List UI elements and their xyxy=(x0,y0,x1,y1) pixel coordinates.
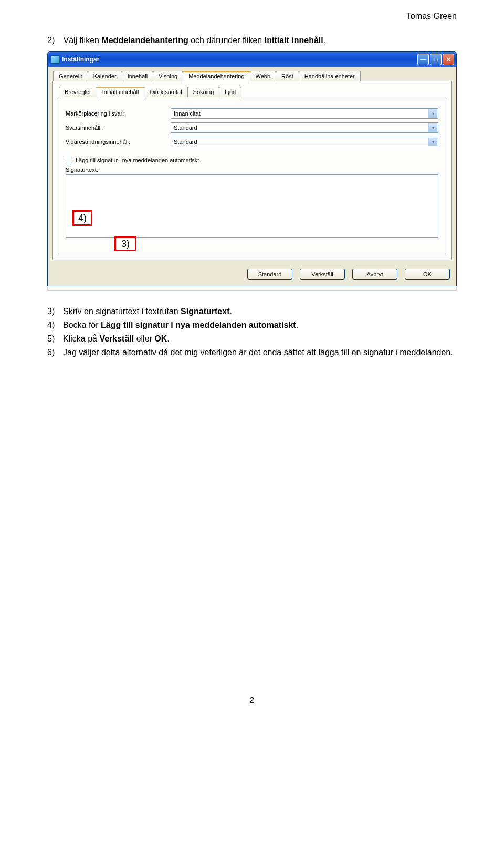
standard-button[interactable]: Standard xyxy=(247,269,292,280)
tab-handhallna[interactable]: Handhållna enheter xyxy=(299,71,361,81)
text: . xyxy=(167,334,169,343)
text: . xyxy=(229,307,232,316)
step-text-bold1: Meddelandehantering xyxy=(101,36,188,45)
label-svarsinnehall: Svarsinnehåll: xyxy=(66,125,171,131)
subtab-initialt-innehall[interactable]: Initialt innehåll xyxy=(97,87,145,98)
combo-svarsinnehall[interactable]: Standard ▾ xyxy=(171,122,438,133)
text: Jag väljer detta alternativ då det mig v… xyxy=(63,348,453,357)
step-number: 6) xyxy=(47,346,63,359)
annotation-marker-3: 3) xyxy=(114,236,136,251)
ok-button[interactable]: OK xyxy=(405,269,450,280)
chevron-down-icon: ▾ xyxy=(428,123,437,132)
instruction-6: 6) Jag väljer detta alternativ då det mi… xyxy=(47,346,457,359)
instruction-4: 4) Bocka för Lägg till signatur i nya me… xyxy=(47,319,457,332)
tab-generellt[interactable]: Generellt xyxy=(53,71,88,81)
instruction-3: 3) Skriv en signaturtext i textrutan Sig… xyxy=(47,305,457,318)
step-text: Bocka för Lägg till signatur i nya medde… xyxy=(63,319,298,332)
step-text: Klicka på Verkställ eller OK. xyxy=(63,333,170,345)
tab-visning[interactable]: Visning xyxy=(153,71,183,81)
sub-tab-content: Markörplacering i svar: Innan citat ▾ Sv… xyxy=(58,97,446,254)
primary-tab-content: Brevregler Initialt innehåll Direktsamta… xyxy=(52,81,452,260)
step-text-pre: Välj fliken xyxy=(63,36,101,45)
dialog-body: Generellt Kalender Innehåll Visning Medd… xyxy=(48,67,456,286)
step-text-post: . xyxy=(323,36,326,45)
tab-innehall[interactable]: Innehåll xyxy=(122,71,154,81)
text-bold: Signaturtext xyxy=(181,307,229,316)
minimize-button[interactable]: — xyxy=(417,54,429,65)
combo-vidaresandning[interactable]: Standard ▾ xyxy=(171,137,438,147)
sub-tabs: Brevregler Initialt innehåll Direktsamta… xyxy=(58,87,446,97)
instruction-2: 2) Välj fliken Meddelandehantering och d… xyxy=(47,36,457,45)
combo-value: Innan citat xyxy=(174,110,201,117)
step-text: Skriv en signaturtext i textrutan Signat… xyxy=(63,305,232,318)
row-markorplacering: Markörplacering i svar: Innan citat ▾ xyxy=(66,108,438,119)
avbryt-button[interactable]: Avbryt xyxy=(352,269,397,280)
label-auto-signature: Lägg till signatur i nya meddelanden aut… xyxy=(76,157,199,163)
tab-rost[interactable]: Röst xyxy=(276,71,299,81)
text: eller xyxy=(134,334,154,343)
app-icon xyxy=(51,55,59,64)
subtab-direktsamtal[interactable]: Direktsamtal xyxy=(144,87,187,97)
verkstall-button[interactable]: Verkställ xyxy=(300,269,345,280)
combo-value: Standard xyxy=(174,139,197,145)
step-text-mid: och därunder fliken xyxy=(188,36,265,45)
page-number: 2 xyxy=(47,695,457,704)
dialog-title: Inställningar xyxy=(62,56,416,63)
row-svarsinnehall: Svarsinnehåll: Standard ▾ xyxy=(66,122,438,133)
instruction-5: 5) Klicka på Verkställ eller OK. xyxy=(47,333,457,345)
row-auto-signature: Lägg till signatur i nya meddelanden aut… xyxy=(66,157,438,163)
tab-meddelandehantering[interactable]: Meddelandehantering xyxy=(183,71,250,82)
titlebar: Inställningar — □ ✕ xyxy=(48,52,456,67)
text: Klicka på xyxy=(63,334,99,343)
checkbox-auto-signature[interactable] xyxy=(66,157,72,163)
maximize-button[interactable]: □ xyxy=(430,54,442,65)
text-bold: Verkställ xyxy=(99,334,134,343)
page-header-author: Tomas Green xyxy=(406,12,457,21)
tab-webb[interactable]: Webb xyxy=(250,71,277,81)
subtab-ljud[interactable]: Ljud xyxy=(219,87,242,97)
row-vidaresandning: Vidaresändningsinnehåll: Standard ▾ xyxy=(66,137,438,147)
label-markorplacering: Markörplacering i svar: xyxy=(66,110,171,117)
textarea-signaturtext[interactable] xyxy=(66,174,438,238)
step-number: 5) xyxy=(47,333,63,345)
dialog-button-row: Standard Verkställ Avbryt OK xyxy=(52,264,452,282)
step-text: Jag väljer detta alternativ då det mig v… xyxy=(63,346,453,359)
chevron-down-icon: ▾ xyxy=(428,138,437,146)
settings-dialog: Inställningar — □ ✕ Generellt Kalender I… xyxy=(47,51,457,286)
step-number: 2) xyxy=(47,36,61,45)
primary-tabs: Generellt Kalender Innehåll Visning Medd… xyxy=(52,71,452,81)
instruction-list: 3) Skriv en signaturtext i textrutan Sig… xyxy=(47,305,457,359)
step-number: 4) xyxy=(47,319,63,332)
label-signaturtext: Signaturtext: xyxy=(66,167,438,173)
label-vidaresandning: Vidaresändningsinnehåll: xyxy=(66,139,171,145)
text-bold: Lägg till signatur i nya meddelanden aut… xyxy=(101,321,296,329)
close-button[interactable]: ✕ xyxy=(443,54,454,65)
text: Skriv en signaturtext i textrutan xyxy=(63,307,181,316)
text: . xyxy=(296,321,298,329)
annotation-marker-4: 4) xyxy=(72,210,92,226)
step-text-bold2: Initialt innehåll xyxy=(265,36,323,45)
window-bottom-edge xyxy=(47,287,457,291)
text-bold: OK xyxy=(154,334,167,343)
step-number: 3) xyxy=(47,305,63,318)
subtab-sokning[interactable]: Sökning xyxy=(187,87,220,97)
tab-kalender[interactable]: Kalender xyxy=(88,71,122,81)
chevron-down-icon: ▾ xyxy=(428,109,437,118)
subtab-brevregler[interactable]: Brevregler xyxy=(59,87,97,97)
combo-value: Standard xyxy=(174,125,197,131)
text: Bocka för xyxy=(63,321,101,329)
combo-markorplacering[interactable]: Innan citat ▾ xyxy=(171,108,438,119)
